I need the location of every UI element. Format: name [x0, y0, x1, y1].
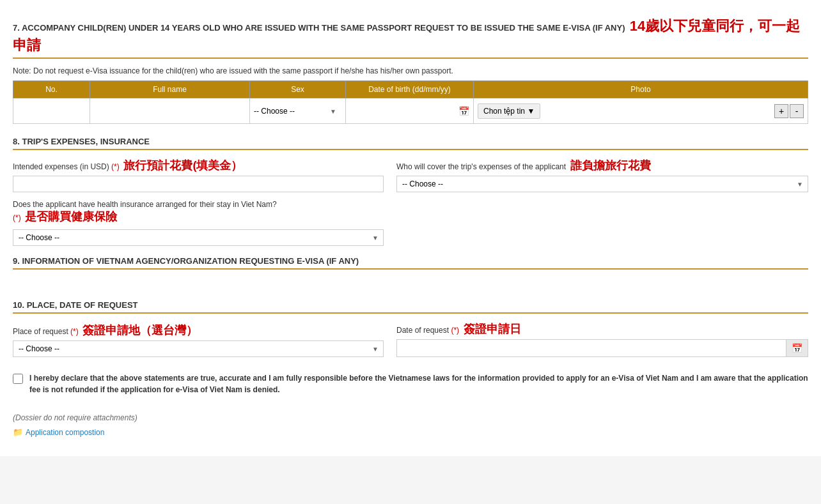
- section9-body: [13, 277, 808, 290]
- remove-child-button[interactable]: -: [790, 104, 804, 118]
- date-field-group: Date of request (*) 簽證申請日 15/08/2023 📅: [396, 321, 808, 357]
- who-pays-select-wrapper: -- Choose -- Self Sponsor Company Other: [396, 176, 808, 192]
- who-pays-label: Who will cover the trip's expenses of th…: [396, 158, 808, 173]
- date-label-text: Date of request: [396, 326, 449, 335]
- date-wrap: 15/08/2023 📅: [396, 339, 808, 357]
- section9-divider: [13, 268, 808, 270]
- chon-tep-label: Chon tệp tin: [483, 107, 525, 116]
- who-pays-label-text: Who will cover the trip's expenses of th…: [396, 162, 566, 171]
- sex-select-wrap: -- Choose -- Male Female: [254, 106, 341, 116]
- date-label: Date of request (*) 簽證申請日: [396, 321, 808, 337]
- who-pays-select[interactable]: -- Choose -- Self Sponsor Company Other: [396, 176, 808, 192]
- expenses-label: Intended expenses (in USD) (*) 旅行預計花費(填美…: [13, 158, 384, 173]
- section7-note: Note: Do not request e-Visa issuance for…: [13, 66, 808, 75]
- insurance-field-group: Does the applicant have health insurance…: [13, 200, 808, 246]
- section8-divider: [13, 149, 808, 150]
- col-name-header: Full name: [90, 81, 250, 98]
- place-select-wrapper: -- Choose -- Taiwan Other: [13, 340, 384, 357]
- expenses-col: Intended expenses (in USD) (*) 旅行預計花費(填美…: [13, 158, 384, 192]
- date-input[interactable]: 15/08/2023: [397, 340, 786, 356]
- date-required: (*): [451, 326, 459, 335]
- photo-input[interactable]: [544, 107, 770, 116]
- place-col: Place of request (*) 簽證申請地（選台灣） -- Choos…: [13, 323, 384, 357]
- insurance-label-text: Does the applicant have health insurance…: [13, 200, 277, 209]
- sex-select[interactable]: -- Choose -- Male Female: [254, 107, 341, 116]
- place-label: Place of request (*) 簽證申請地（選台灣）: [13, 323, 384, 338]
- section7-divider: [13, 57, 808, 59]
- section9-header: 9. INFORMATION OF VIETNAM AGENCY/ORGANIZ…: [13, 256, 808, 266]
- expenses-input[interactable]: [13, 176, 384, 192]
- insurance-required: (*): [13, 213, 21, 222]
- section9-title-text: 9. INFORMATION OF VIETNAM AGENCY/ORGANIZ…: [13, 256, 359, 266]
- expenses-required: (*): [111, 162, 120, 171]
- section7-title-text: 7. ACCOMPANY CHILD(REN) UNDER 14 YEARS O…: [13, 23, 625, 33]
- add-child-button[interactable]: +: [774, 104, 788, 118]
- footer-note: (Dossier do not require attachments): [13, 413, 808, 422]
- date-calendar-button[interactable]: 📅: [786, 340, 808, 356]
- place-chinese: 簽證申請地（選台灣）: [82, 324, 198, 337]
- children-table: No. Full name Sex Date of birth (dd/mm/y…: [13, 80, 808, 124]
- date-col: Date of request (*) 簽證申請日 15/08/2023 📅: [396, 321, 808, 357]
- place-field-group: Place of request (*) 簽證申請地（選台灣） -- Choos…: [13, 323, 384, 357]
- section8-header: 8. TRIP'S EXPENSES, INSURANCE: [13, 137, 808, 146]
- insurance-row: Does the applicant have health insurance…: [13, 200, 808, 246]
- declaration-text: I hereby declare that the above statemen…: [29, 372, 808, 395]
- child-fullname-input[interactable]: [94, 107, 246, 116]
- who-pays-col: Who will cover the trip's expenses of th…: [396, 158, 808, 192]
- table-row: -- Choose -- Male Female 📅: [13, 98, 808, 124]
- insurance-chinese: 是否購買健康保險: [25, 210, 117, 223]
- folder-icon: 📁: [13, 427, 23, 437]
- expenses-field-group: Intended expenses (in USD) (*) 旅行預計花費(填美…: [13, 158, 384, 192]
- place-required: (*): [70, 327, 79, 336]
- place-label-text: Place of request: [13, 327, 68, 336]
- col-sex-header: Sex: [250, 81, 346, 98]
- expenses-label-text: Intended expenses (in USD): [13, 162, 109, 171]
- photo-wrap: Chon tệp tin ▼ + -: [478, 103, 804, 119]
- col-dob-header: Date of birth (dd/mm/yy): [346, 81, 474, 98]
- col-photo-header: Photo: [474, 81, 808, 98]
- insurance-select-wrapper: -- Choose -- Yes No: [13, 229, 384, 246]
- section8-grid: Intended expenses (in USD) (*) 旅行預計花費(填美…: [13, 158, 808, 192]
- app-comp-label: Application compostion: [26, 428, 104, 437]
- declaration-wrap: I hereby declare that the above statemen…: [13, 367, 808, 401]
- section10-grid: Place of request (*) 簽證申請地（選台灣） -- Choos…: [13, 321, 808, 357]
- section10-header: 10. PLACE, DATE OF REQUEST: [13, 300, 808, 310]
- add-remove-wrap: + -: [774, 104, 804, 118]
- dob-input[interactable]: [350, 107, 456, 116]
- date-chinese: 簽證申請日: [464, 323, 521, 335]
- declaration-checkbox[interactable]: [13, 374, 23, 384]
- section7-header: 7. ACCOMPANY CHILD(REN) UNDER 14 YEARS O…: [13, 17, 808, 55]
- expenses-chinese: 旅行預計花費(填美金）: [123, 159, 242, 172]
- sex-select-wrapper: -- Choose -- Male Female: [254, 106, 341, 116]
- app-composition-link[interactable]: 📁 Application compostion: [13, 427, 808, 437]
- child-no-input[interactable]: [17, 107, 86, 116]
- section10-divider: [13, 312, 808, 314]
- section10-title-text: 10. PLACE, DATE OF REQUEST: [13, 300, 138, 310]
- col-no-header: No.: [13, 81, 90, 98]
- who-pays-chinese: 誰負擔旅行花費: [570, 159, 651, 172]
- insurance-select[interactable]: -- Choose -- Yes No: [13, 229, 384, 246]
- chon-tep-button[interactable]: Chon tệp tin ▼: [478, 103, 540, 119]
- dob-wrap: 📅: [350, 106, 469, 116]
- who-pays-field-group: Who will cover the trip's expenses of th…: [396, 158, 808, 192]
- dob-calendar-button[interactable]: 📅: [458, 106, 469, 116]
- section8-title-text: 8. TRIP'S EXPENSES, INSURANCE: [13, 137, 150, 146]
- insurance-label: Does the applicant have health insurance…: [13, 200, 808, 224]
- place-select[interactable]: -- Choose -- Taiwan Other: [13, 340, 384, 357]
